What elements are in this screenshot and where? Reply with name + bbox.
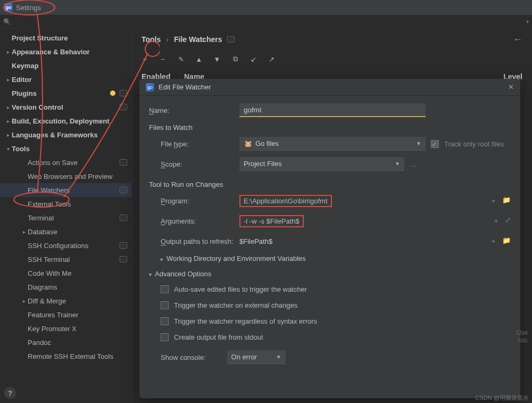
browse-icon[interactable]: 📁: [502, 236, 511, 246]
crumb-file-watchers[interactable]: File Watchers: [174, 35, 222, 44]
program-field[interactable]: E:\Application\Go\bin\gofmt: [239, 195, 332, 207]
sidebar-item-remote-ssh-external-tools[interactable]: Remote SSH External Tools: [0, 349, 131, 363]
go-file-icon: 🐹: [244, 139, 252, 148]
sidebar-item-label: Project Structure: [12, 34, 127, 42]
file-type-select[interactable]: 🐹 Go files ▼: [239, 137, 426, 151]
sidebar-item-plugins[interactable]: Plugins□: [0, 86, 131, 100]
sidebar-item-label: Features Trainer: [28, 311, 127, 319]
close-icon[interactable]: ✕: [508, 83, 514, 91]
sidebar-item-code-with-me[interactable]: Code With Me: [0, 266, 131, 280]
help-button[interactable]: ?: [4, 387, 16, 399]
chevron-down-icon[interactable]: ▾: [526, 19, 529, 24]
sidebar-item-label: Key Promoter X: [28, 325, 127, 333]
advanced-option-checkbox[interactable]: [161, 285, 169, 293]
sidebar-item-label: SSH Configurations: [28, 242, 118, 250]
sidebar-item-web-browsers-and-preview[interactable]: Web Browsers and Preview: [0, 169, 131, 183]
output-paths-field[interactable]: $FilePath$: [239, 237, 490, 245]
sidebar-item-key-promoter-x[interactable]: Key Promoter X: [0, 322, 131, 335]
file-type-label: File type:: [149, 140, 239, 148]
copy-button[interactable]: ⧉: [230, 54, 240, 64]
sidebar-item-label: Actions on Save: [28, 159, 118, 167]
app-icon: go: [4, 3, 13, 12]
sidebar-item-label: Keymap: [12, 62, 127, 70]
import-button[interactable]: ↙: [248, 54, 259, 64]
watermark: CSDN @用脑袋装水: [476, 394, 529, 402]
dialog-titlebar: go Edit File Watcher ✕: [139, 79, 520, 96]
caret-icon: ▸: [4, 104, 12, 110]
window-title: Settings: [16, 4, 41, 12]
titlebar: go Settings: [0, 0, 532, 15]
sidebar-item-keymap[interactable]: Keymap: [0, 59, 131, 72]
track-only-checkbox[interactable]: ✔: [431, 140, 439, 148]
name-label: Name:: [149, 106, 239, 114]
add-macro-icon[interactable]: ＋: [490, 196, 497, 205]
scope-select[interactable]: Project Files ▼: [239, 157, 404, 171]
sidebar-item-label: Remote SSH External Tools: [28, 352, 127, 360]
tool-section: Tool to Run on Changes: [149, 180, 511, 188]
project-tag-icon: □: [120, 187, 127, 193]
sidebar-item-ssh-configurations[interactable]: SSH Configurations□: [0, 238, 131, 252]
sidebar-item-external-tools[interactable]: External Tools: [0, 197, 131, 211]
remove-button[interactable]: −: [157, 54, 168, 64]
sidebar-item-database[interactable]: ▸Database: [0, 225, 131, 238]
caret-icon: ▸: [4, 118, 12, 124]
sidebar-item-file-watchers[interactable]: File Watchers□: [0, 183, 131, 197]
sidebar-item-label: File Watchers: [28, 186, 118, 194]
sidebar-item-features-trainer[interactable]: Features Trainer: [0, 308, 131, 322]
up-button[interactable]: ▲: [194, 54, 204, 64]
sidebar-item-diff-merge[interactable]: ▸Diff & Merge: [0, 294, 131, 308]
back-arrow-icon[interactable]: ←: [513, 34, 522, 45]
advanced-option-checkbox[interactable]: [161, 333, 169, 341]
sidebar-item-label: Code With Me: [28, 269, 127, 277]
sidebar-item-project-structure[interactable]: Project Structure: [0, 31, 131, 45]
show-console-select[interactable]: On error ▼: [227, 350, 286, 364]
crumb-tools[interactable]: Tools: [142, 35, 161, 44]
scope-more-button[interactable]: …: [410, 160, 417, 168]
sidebar-item-diagrams[interactable]: Diagrams: [0, 280, 131, 294]
add-button[interactable]: ＋: [139, 54, 150, 64]
toolbar: ＋ − ✎ ▲ ▼ ⧉ ↙ ↗: [132, 50, 532, 68]
sidebar-item-languages-frameworks[interactable]: ▸Languages & Frameworks: [0, 128, 131, 142]
dialog-title: Edit File Watcher: [159, 83, 211, 91]
project-tag-icon: □: [120, 256, 127, 262]
arguments-field[interactable]: -l -w -s $FilePath$: [239, 215, 304, 227]
advanced-option-label: Trigger the watcher on external changes: [174, 301, 297, 309]
advanced-option-checkbox[interactable]: [161, 317, 169, 325]
advanced-option-label: Auto-save edited files to trigger the wa…: [174, 285, 307, 293]
add-macro-icon[interactable]: ＋: [490, 236, 497, 246]
background-hint: Usecoc: [517, 329, 528, 344]
sidebar-item-editor[interactable]: ▸Editor: [0, 72, 131, 86]
edit-button[interactable]: ✎: [176, 54, 186, 64]
down-button[interactable]: ▼: [212, 54, 222, 64]
search-row[interactable]: 🔍 ▾: [0, 15, 532, 29]
caret-icon: ▸: [4, 132, 12, 138]
sidebar-item-label: Build, Execution, Deployment: [12, 117, 127, 125]
add-macro-icon[interactable]: ＋: [493, 216, 500, 226]
sidebar-item-pandoc[interactable]: Pandoc: [0, 335, 131, 349]
wd-env-section[interactable]: Working Directory and Environment Variab…: [149, 254, 511, 262]
browse-icon[interactable]: 📁: [502, 196, 511, 205]
settings-tree[interactable]: Project Structure▸Appearance & BehaviorK…: [0, 29, 132, 403]
name-field[interactable]: [239, 103, 426, 117]
sidebar-item-build-execution-deployment[interactable]: ▸Build, Execution, Deployment: [0, 114, 131, 128]
sidebar-item-label: Appearance & Behavior: [12, 48, 127, 56]
files-to-watch-section: Files to Watch: [149, 124, 511, 131]
sidebar-item-label: Languages & Frameworks: [12, 131, 127, 139]
update-dot-icon: [110, 91, 115, 96]
sidebar-item-actions-on-save[interactable]: Actions on Save□: [0, 155, 131, 169]
show-console-label: Show console:: [161, 353, 206, 361]
sidebar-item-tools[interactable]: ▾Tools: [0, 142, 131, 155]
expand-icon[interactable]: ⤢: [505, 216, 511, 226]
project-tag-icon: □: [227, 36, 235, 43]
advanced-option-checkbox[interactable]: [161, 301, 169, 309]
sidebar-item-appearance-behavior[interactable]: ▸Appearance & Behavior: [0, 45, 131, 59]
output-paths-label: Output paths to refresh:: [149, 237, 239, 245]
sidebar-item-version-control[interactable]: ▸Version Control□: [0, 100, 131, 114]
export-button[interactable]: ↗: [266, 54, 277, 64]
sidebar-item-terminal[interactable]: Terminal□: [0, 211, 131, 225]
sidebar-item-label: Diagrams: [28, 283, 127, 291]
sidebar-item-label: External Tools: [28, 200, 127, 208]
track-only-label: Track only root files: [444, 140, 504, 148]
sidebar-item-ssh-terminal[interactable]: SSH Terminal□: [0, 252, 131, 266]
advanced-section[interactable]: Advanced Options: [149, 270, 511, 278]
